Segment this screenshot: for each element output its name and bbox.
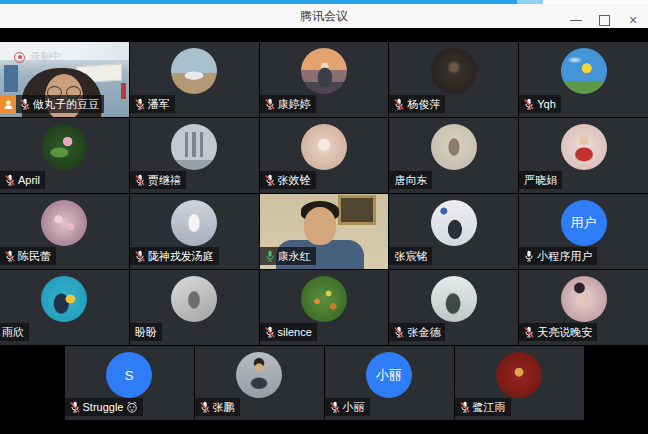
participant-name: 张效铨 bbox=[278, 173, 311, 188]
participant-name: 小丽 bbox=[343, 400, 365, 415]
participant-name-label: 严晓娟 bbox=[519, 171, 562, 189]
participant-tile[interactable]: 杨俊萍 bbox=[389, 42, 518, 117]
app-window: 腾讯会议 — × 录制中 做丸子的豆豆 潘军 康婷婷 杨俊萍 bbox=[0, 0, 648, 434]
maximize-button[interactable] bbox=[599, 15, 610, 26]
mic-muted-icon bbox=[524, 326, 534, 338]
mic-muted-icon bbox=[394, 98, 404, 110]
participant-tile[interactable]: 用户 小程序用户 bbox=[519, 194, 648, 269]
participant-avatar bbox=[41, 124, 87, 170]
participant-name: 康婷婷 bbox=[278, 97, 311, 112]
participant-avatar bbox=[301, 124, 347, 170]
mic-muted-icon bbox=[265, 174, 275, 186]
participant-avatar bbox=[496, 352, 542, 398]
participant-name: April bbox=[18, 174, 40, 186]
participant-avatar bbox=[301, 48, 347, 94]
participant-avatar bbox=[431, 200, 477, 246]
participant-tile[interactable]: 潘军 bbox=[130, 42, 259, 117]
participant-tile[interactable]: 雨欣 bbox=[0, 270, 129, 345]
window-title: 腾讯会议 bbox=[300, 8, 348, 25]
participant-name-label: 杨俊萍 bbox=[389, 95, 445, 113]
mic-muted-icon bbox=[135, 98, 145, 110]
participant-name: 贾继禧 bbox=[148, 173, 181, 188]
participant-name: 严晓娟 bbox=[524, 173, 557, 188]
participant-tile[interactable]: 严晓娟 bbox=[519, 118, 648, 193]
recording-label: 录制中 bbox=[30, 50, 62, 64]
participant-name: 天亮说晚安 bbox=[537, 325, 592, 340]
participant-tile[interactable]: 张效铨 bbox=[260, 118, 389, 193]
recording-icon bbox=[14, 52, 25, 63]
participant-name-label: 唐向东 bbox=[389, 171, 432, 189]
participant-avatar: 用户 bbox=[561, 200, 607, 246]
participant-tile[interactable]: 唐向东 bbox=[389, 118, 518, 193]
participant-avatar bbox=[171, 48, 217, 94]
participant-avatar bbox=[236, 352, 282, 398]
participant-grid-bottom-row: S Struggle 张鹏小丽 小丽 鹭江雨 bbox=[0, 346, 648, 420]
participant-name: 张宸铭 bbox=[394, 249, 427, 264]
participant-avatar bbox=[41, 276, 87, 322]
participant-name-label: Yqh bbox=[519, 95, 561, 113]
mic-muted-icon bbox=[524, 98, 534, 110]
participant-tile[interactable]: silence bbox=[260, 270, 389, 345]
participant-avatar bbox=[561, 124, 607, 170]
mic-muted-icon bbox=[135, 174, 145, 186]
participant-name-label: 潘军 bbox=[130, 95, 175, 113]
participant-tile[interactable]: 张金德 bbox=[389, 270, 518, 345]
participant-name: 做丸子的豆豆 bbox=[33, 97, 99, 112]
participant-tile[interactable]: 康婷婷 bbox=[260, 42, 389, 117]
mic-muted-icon bbox=[394, 326, 404, 338]
recording-indicator: 录制中 bbox=[14, 50, 62, 64]
mic-muted-icon bbox=[5, 174, 15, 186]
participant-name: 鹭江雨 bbox=[473, 400, 506, 415]
participant-name: 陇神戎发汤庭 bbox=[148, 249, 214, 264]
participant-tile[interactable]: 天亮说晚安 bbox=[519, 270, 648, 345]
participant-tile[interactable]: 盼盼 bbox=[130, 270, 259, 345]
video-grid-area: 录制中 做丸子的豆豆 潘军 康婷婷 杨俊萍 Yqh April 贾继禧 bbox=[0, 28, 648, 434]
mic-muted-icon bbox=[20, 98, 30, 110]
participant-avatar bbox=[431, 276, 477, 322]
participant-avatar bbox=[171, 276, 217, 322]
participant-name-label: April bbox=[0, 171, 45, 189]
participant-name-label: 小丽 bbox=[325, 398, 370, 416]
mic-muted-icon bbox=[265, 98, 275, 110]
participant-tile[interactable]: 小丽 小丽 bbox=[325, 346, 454, 420]
participant-name-label: 张宸铭 bbox=[389, 247, 432, 265]
participant-tile[interactable]: 贾继禧 bbox=[130, 118, 259, 193]
host-badge-icon bbox=[0, 95, 16, 113]
participant-avatar bbox=[561, 48, 607, 94]
mic-muted-icon bbox=[5, 250, 15, 262]
participant-tile[interactable]: 张宸铭 bbox=[389, 194, 518, 269]
mic-muted-icon bbox=[330, 401, 340, 413]
participant-name-label: 张效铨 bbox=[260, 171, 316, 189]
participant-name-label: silence bbox=[260, 323, 317, 341]
mic-muted-icon bbox=[460, 401, 470, 413]
participant-name: 盼盼 bbox=[135, 325, 157, 340]
participant-tile[interactable]: 张鹏 bbox=[195, 346, 324, 420]
mic-muted-icon bbox=[265, 326, 275, 338]
participant-name: 雨欣 bbox=[2, 325, 24, 340]
participant-avatar bbox=[171, 124, 217, 170]
participant-name: 康永红 bbox=[278, 249, 311, 264]
participant-tile[interactable]: 陈民蕾 bbox=[0, 194, 129, 269]
participant-tile[interactable]: 康永红 bbox=[260, 194, 389, 269]
participant-name-label: 张鹏 bbox=[195, 398, 240, 416]
participant-avatar: 小丽 bbox=[366, 352, 412, 398]
participant-tile[interactable]: Yqh bbox=[519, 42, 648, 117]
participant-tile[interactable]: 陇神戎发汤庭 bbox=[130, 194, 259, 269]
participant-tile[interactable]: 鹭江雨 bbox=[455, 346, 584, 420]
participant-name: 小程序用户 bbox=[537, 249, 592, 264]
participant-name-label: 陈民蕾 bbox=[0, 247, 56, 265]
participant-name: 唐向东 bbox=[394, 173, 427, 188]
participant-tile[interactable]: S Struggle bbox=[65, 346, 194, 420]
participant-tile[interactable]: April bbox=[0, 118, 129, 193]
participant-avatar bbox=[171, 200, 217, 246]
participant-grid-main: 做丸子的豆豆 潘军 康婷婷 杨俊萍 Yqh April 贾继禧 张效铨唐向东严晓… bbox=[0, 42, 648, 345]
participant-name-label: 盼盼 bbox=[130, 323, 162, 341]
participant-name-label: 康永红 bbox=[260, 247, 316, 265]
titlebar[interactable]: 腾讯会议 — × bbox=[0, 4, 648, 28]
participant-name-label: 做丸子的豆豆 bbox=[0, 95, 104, 113]
participant-name-label: 张金德 bbox=[389, 323, 445, 341]
participant-avatar bbox=[431, 48, 477, 94]
participant-name: Struggle bbox=[83, 401, 124, 413]
mic-muted-icon bbox=[135, 250, 145, 262]
avatar-initials: 小丽 bbox=[376, 366, 402, 384]
